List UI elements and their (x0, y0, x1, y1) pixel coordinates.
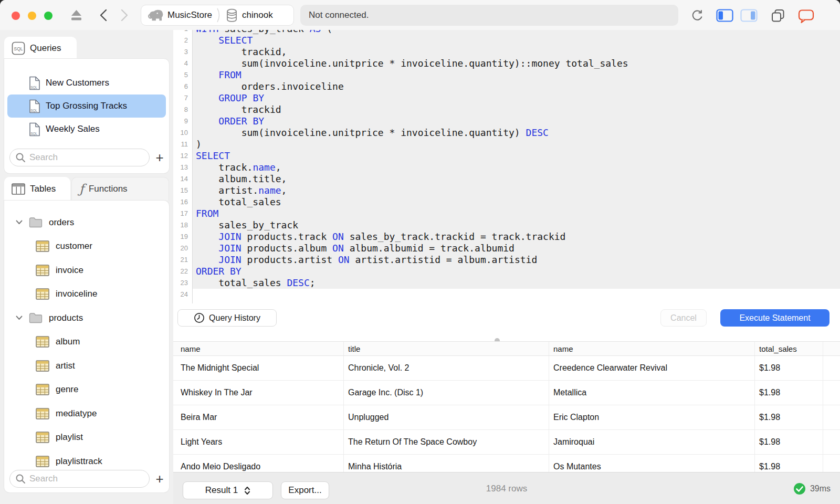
back-icon[interactable] (99, 8, 108, 22)
tree-table[interactable]: album (4, 330, 169, 354)
query-history-button[interactable]: Query History (177, 309, 277, 327)
tree-table[interactable]: invoiceline (4, 282, 169, 307)
function-icon: ƒ (79, 182, 84, 196)
column-header[interactable]: total_sales (755, 342, 823, 355)
code-line: 2 SELECT (173, 35, 840, 46)
tree-table[interactable]: mediatype (4, 402, 169, 426)
tree-table[interactable]: playlisttrack (4, 449, 169, 470)
breadcrumb[interactable]: MusicStore chinook (141, 5, 294, 26)
minimize-window-button[interactable] (28, 12, 36, 20)
code-line: 6 orders.invoiceline (173, 81, 840, 92)
table-search-field[interactable] (9, 470, 150, 488)
table-row[interactable]: Whiskey In The JarGarage Inc. (Disc 1)Me… (173, 381, 840, 405)
table-cell: Creedence Clearwater Revival (549, 356, 755, 381)
refresh-icon[interactable] (690, 8, 705, 23)
tree-table[interactable]: customer (4, 235, 169, 259)
add-table-button[interactable]: + (152, 470, 167, 488)
duration-label: 39ms (810, 484, 831, 494)
table-cell: Garage Inc. (Disc 1) (344, 381, 549, 405)
table-icon (36, 408, 49, 419)
table-row[interactable]: The Midnight SpecialChronicle, Vol. 2Cre… (173, 356, 840, 381)
svg-text:SQL: SQL (30, 85, 37, 89)
close-window-button[interactable] (12, 12, 20, 20)
query-search-input[interactable] (29, 152, 134, 163)
tree-table[interactable]: artist (4, 354, 169, 378)
table-cell: Unplugged (344, 405, 549, 430)
tree-table[interactable]: playlist (4, 426, 169, 450)
table-search-input[interactable] (29, 474, 134, 484)
table-row[interactable]: Beira MarUnpluggedEric Clapton$1.98 (173, 405, 840, 430)
add-query-button[interactable]: + (152, 149, 167, 166)
code-line: 4 sum(invoiceline.unitprice * invoicelin… (173, 58, 840, 69)
tab-queries[interactable]: SQL Queries (4, 37, 77, 59)
line-number: 19 (173, 231, 193, 243)
table-icon (36, 288, 49, 300)
table-cell: Whiskey In The Jar (173, 381, 344, 405)
query-search-field[interactable] (9, 149, 150, 166)
tree-folder[interactable]: products (4, 306, 169, 330)
code-line: 20 JOIN products.album ON album.albumid … (173, 243, 840, 254)
table-row[interactable]: Ando Meio DesligadoMinha HistóriaOs Muta… (173, 455, 840, 472)
tree-item-label: album (56, 337, 80, 347)
panel-right-icon[interactable] (740, 8, 758, 23)
code-line: 11) (173, 139, 840, 150)
query-item-label: New Customers (46, 78, 109, 88)
tree-item-label: invoiceline (56, 289, 97, 299)
line-number: 12 (173, 150, 193, 162)
eject-icon[interactable] (69, 8, 83, 22)
connection-status-field: Not connected. (300, 5, 678, 26)
tree-table[interactable]: invoice (4, 258, 169, 282)
svg-text:SQL: SQL (14, 46, 23, 51)
table-cell: Metallica (549, 381, 755, 405)
code-line: 7 GROUP BY (173, 92, 840, 104)
tree-item-label: products (49, 313, 83, 323)
table-cell: Os Mutantes (549, 455, 755, 472)
breadcrumb-separator-icon (216, 7, 222, 23)
query-item-label: Top Grossing Tracks (46, 101, 127, 111)
table-icon (36, 360, 49, 372)
connection-name: MusicStore (167, 10, 212, 20)
feedback-bubble-icon[interactable] (798, 8, 814, 23)
chevron-down-icon (16, 220, 23, 225)
code-line: 15 artist.name, (173, 185, 840, 196)
tree-item-label: playlist (56, 432, 83, 443)
column-header[interactable]: name (173, 342, 344, 355)
tab-tables[interactable]: Tables (4, 177, 70, 201)
query-item[interactable]: SQLNew Customers (7, 71, 166, 94)
tree-table[interactable]: genre (4, 378, 169, 402)
line-number: 8 (173, 104, 193, 116)
tree-folder[interactable]: orders (4, 211, 169, 235)
code-line: 22ORDER BY (173, 266, 840, 277)
line-number: 15 (173, 185, 193, 196)
line-number: 6 (173, 81, 193, 92)
tree-item-label: mediatype (56, 408, 97, 419)
column-header[interactable]: name (549, 342, 755, 355)
panel-left-icon[interactable] (716, 8, 733, 23)
sql-file-icon: SQL (29, 122, 40, 136)
table-row[interactable]: Light YearsThe Return Of The Space Cowbo… (173, 430, 840, 455)
cancel-button: Cancel (660, 309, 707, 327)
query-item[interactable]: SQLTop Grossing Tracks (7, 94, 166, 118)
sql-editor[interactable]: 1WITH sales_by_track AS (2 SELECT3 track… (173, 30, 840, 303)
code-line: 14 album.title, (173, 173, 840, 185)
zoom-window-button[interactable] (44, 12, 52, 20)
column-header[interactable]: title (344, 342, 549, 355)
code-line: 16 total_sales (173, 196, 840, 208)
forward-icon[interactable] (120, 8, 129, 22)
connection-status-text: Not connected. (309, 10, 369, 20)
tab-functions[interactable]: ƒ Functions (71, 177, 169, 201)
code-line: 13 track.name, (173, 162, 840, 173)
editor-toolbar: Query History Cancel Execute Statement (173, 303, 840, 341)
line-number: 1 (173, 30, 193, 35)
query-item[interactable]: SQLWeekly Sales (7, 118, 166, 141)
tree-item-label: genre (56, 384, 78, 395)
table-cell: $1.98 (755, 405, 823, 430)
table-cell: $1.98 (755, 455, 823, 472)
add-query-label: + (155, 150, 163, 166)
clock-icon (194, 312, 205, 323)
query-item-label: Weekly Sales (46, 124, 100, 134)
chevron-down-icon (16, 316, 23, 320)
execute-statement-button[interactable]: Execute Statement (720, 309, 830, 327)
tree-item-label: invoice (56, 265, 83, 276)
windows-icon[interactable] (771, 8, 785, 23)
